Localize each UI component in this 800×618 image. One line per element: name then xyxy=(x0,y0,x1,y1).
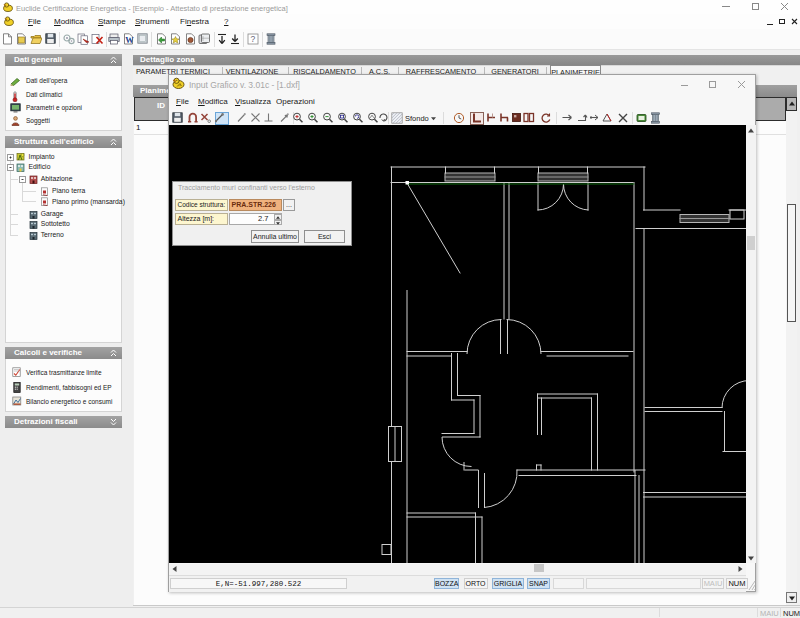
svg-text:?: ? xyxy=(250,34,255,44)
svg-text:W: W xyxy=(125,35,134,45)
